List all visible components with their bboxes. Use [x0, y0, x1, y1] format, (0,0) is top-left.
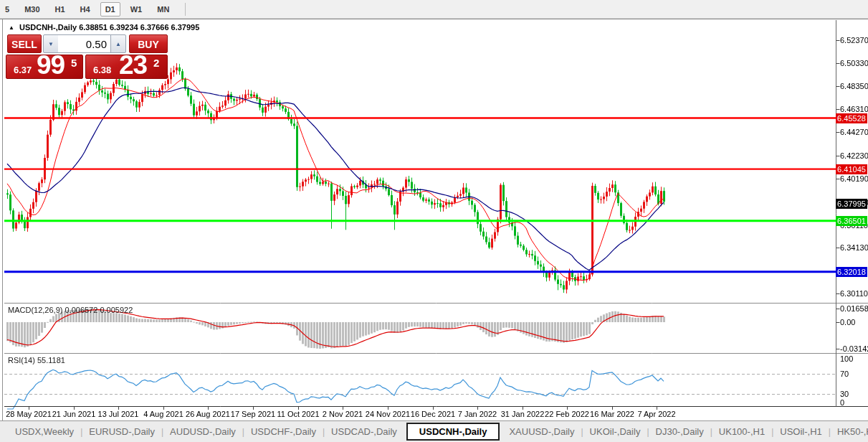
price-axis-tick: 6.48350 [840, 82, 868, 90]
macd-axis-min: -0.031421 [840, 344, 868, 353]
chart-tab-usdcnh-daily[interactable]: USDCNH-,Daily [406, 423, 500, 441]
chart-tab-usdcad-daily[interactable]: USDCAD-,Daily [325, 426, 404, 437]
macd-axis-zero: 0.00 [840, 318, 855, 326]
chart-tab-uk100-h1[interactable]: UK100-,H1 [712, 426, 771, 437]
chart-window[interactable]: ▲ USDCNH-,Daily 6.38851 6.39234 6.37666 … [0, 19, 868, 420]
chart-tab-xauusd-daily[interactable]: XAUUSD-,Daily [502, 426, 581, 437]
price-axis-tick: 6.30110 [840, 289, 868, 298]
chart-tab-usdchf-daily[interactable]: USDCHF-,Daily [244, 426, 323, 437]
chart-tab-hk50-h1[interactable]: HK50-,H1 [831, 426, 868, 437]
buy-price-sup: 2 [153, 57, 159, 69]
chart-tab-audusd-daily[interactable]: AUDUSD-,Daily [163, 426, 242, 437]
chart-tab-usdx-weekly[interactable]: USDX,Weekly [9, 426, 80, 437]
chart-tab-eurusd-daily[interactable]: EURUSD-,Daily [82, 426, 161, 437]
price-axis-tick: 6.44270 [840, 128, 868, 136]
timeframe-button-h1[interactable]: H1 [50, 2, 70, 17]
chart-header: ▲ USDCNH-,Daily 6.38851 6.39234 6.37666 … [9, 23, 199, 32]
buy-price-panel[interactable]: 6.38 23 2 [85, 55, 168, 79]
price-line-badge: 6.41045 [836, 164, 867, 174]
chart-ohlc-values: 6.38851 6.39234 6.37666 6.37995 [79, 23, 199, 32]
rsi-axis-tick: 70 [840, 370, 849, 378]
rsi-indicator-label: RSI(14) 55.1181 [8, 356, 65, 365]
sell-price-small: 6.37 [14, 65, 32, 75]
volume-input[interactable]: 0.50 [58, 34, 111, 53]
toolbar-separator [185, 3, 186, 16]
price-axis-tick: 6.34130 [840, 243, 868, 252]
timeframe-button-w1[interactable]: W1 [125, 2, 148, 17]
timeframe-toolbar: 5M30H1H4D1W1MN [0, 0, 868, 19]
window-left-border [2, 19, 3, 421]
price-line-badge: 6.37995 [836, 199, 867, 209]
timeframe-button-5[interactable]: 5 [0, 2, 14, 17]
price-axis-tick: 6.50330 [840, 59, 868, 67]
date-axis-label: 7 Apr 2022 [626, 410, 687, 418]
chart-tab-usoil-h1[interactable]: USOil-,H1 [773, 426, 829, 437]
price-axis-tick: 6.42230 [840, 151, 868, 160]
price-axis-tick: 6.46310 [840, 105, 868, 113]
buy-price-big: 23 [119, 50, 147, 80]
chart-tab-dj30-daily[interactable]: DJ30-,Daily [649, 426, 710, 437]
price-line-badge: 6.36501 [836, 216, 867, 226]
price-line-badge: 6.32018 [836, 267, 867, 277]
rsi-axis-tick: 30 [840, 390, 849, 398]
price-axis-tick: 6.40190 [840, 174, 868, 183]
price-line-badge: 6.45528 [836, 113, 867, 123]
sell-price-sup: 5 [71, 57, 77, 69]
sell-price-big: 99 [37, 50, 65, 80]
timeframe-button-d1[interactable]: D1 [100, 2, 120, 17]
price-axis-tick: 6.52370 [840, 36, 868, 44]
chart-symbol-title: USDCNH-,Daily [19, 23, 77, 32]
chart-tab-ukoil-daily[interactable]: UKOil-,Daily [583, 426, 647, 437]
sell-price-panel[interactable]: 6.37 99 5 [6, 55, 83, 79]
mt4-terminal: 5M30H1H4D1W1MN ▲ USDCNH-,Daily 6.38851 6… [0, 0, 868, 442]
collapse-arrow-icon[interactable]: ▲ [9, 24, 14, 31]
buy-price-small: 6.38 [93, 65, 111, 75]
timeframe-button-mn[interactable]: MN [152, 2, 174, 17]
rsi-axis-tick: 100 [840, 354, 853, 363]
timeframe-button-h4[interactable]: H4 [75, 2, 95, 17]
chart-tabs-bar: USDX,Weekly|EURUSD-,Daily|AUDUSD-,Daily|… [0, 420, 868, 442]
timeframe-button-m30[interactable]: M30 [19, 2, 44, 17]
macd-indicator-label: MACD(12,26,9) 0.006572 0.005922 [8, 306, 133, 314]
macd-axis-max: 0.016586 [840, 304, 868, 313]
rsi-axis-tick: 0 [840, 398, 844, 407]
